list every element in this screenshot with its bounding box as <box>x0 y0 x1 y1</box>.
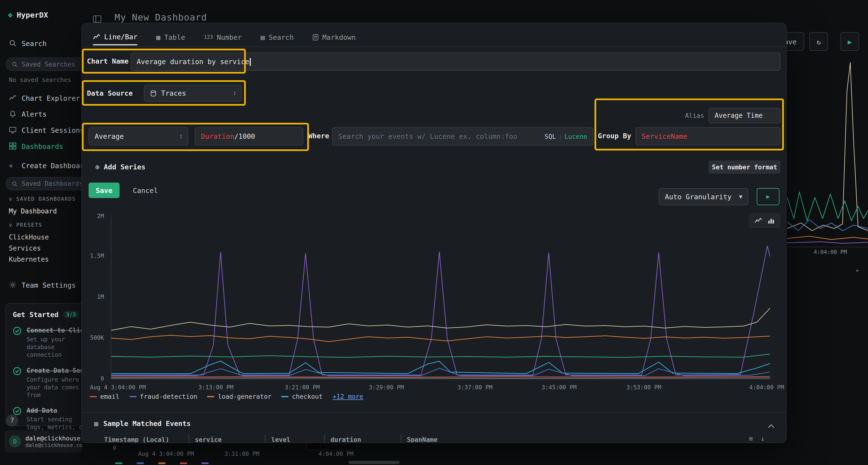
user-card[interactable]: D dale@clickhouse.co dale@clickhouse.com… <box>4 430 82 453</box>
field-input[interactable]: Duration/1000 <box>195 127 303 145</box>
column-header[interactable]: service <box>188 435 265 442</box>
saved-dashboards-section[interactable]: ∨ SAVED DASHBOARDS <box>9 196 76 202</box>
background-dashboard-chart <box>787 53 868 247</box>
download-icon[interactable]: ↓ <box>761 435 765 442</box>
line-chart-icon[interactable] <box>754 217 762 224</box>
sidebar-item-label: Search <box>22 39 47 47</box>
language-toggle[interactable]: SQL|Lucene <box>545 133 587 140</box>
run-query-button[interactable]: ▶ <box>756 188 779 205</box>
collapse-section-button[interactable] <box>767 421 775 431</box>
sidebar-item-my-dashboard[interactable]: My Dashboard <box>9 207 57 215</box>
alias-input[interactable]: Average Time <box>709 108 780 123</box>
get-started-badge: 3/3 <box>63 311 79 318</box>
tab-search[interactable]: ▤ Search <box>261 29 294 45</box>
legend-item[interactable]: fraud-detection <box>129 393 197 400</box>
sidebar-item-alerts[interactable]: Alerts <box>0 108 82 120</box>
bell-icon <box>9 110 17 118</box>
tab-table[interactable]: ▦ Table <box>156 29 185 45</box>
create-dashboard-button[interactable]: + Create Dashboard <box>0 160 82 171</box>
chart-legend: email fraud-detection load-generator che… <box>90 393 363 400</box>
legend-label: email <box>100 393 119 400</box>
horizontal-scrollbar[interactable] <box>349 461 400 464</box>
tab-number[interactable]: 123 Number <box>204 29 242 45</box>
toggle-separator: | <box>556 133 564 140</box>
saved-searches-placeholder: Saved Searches <box>22 60 75 68</box>
play-icon: ▶ <box>766 193 770 200</box>
background-x-tick: 3:31:00 PM <box>224 450 259 457</box>
get-started-item[interactable]: Create Data Source Configure where your … <box>13 366 82 399</box>
alias-value: Average Time <box>715 112 763 120</box>
sidebar-item-search[interactable]: Search <box>0 38 82 49</box>
sidebar-item-services[interactable]: Services <box>9 244 41 252</box>
add-series-button[interactable]: ⊕ Add Series <box>95 163 145 171</box>
sidebar-item-clickhouse[interactable]: ClickHouse <box>9 233 49 241</box>
where-search-input[interactable]: Search your events w/ Lucene ex. column:… <box>332 127 594 145</box>
group-by-input[interactable]: ServiceName <box>636 127 781 145</box>
main-chart[interactable] <box>111 215 769 379</box>
cancel-button[interactable]: Cancel <box>133 182 158 198</box>
help-button[interactable]: ? <box>6 414 18 427</box>
tab-label: Line/Bar <box>104 32 137 40</box>
column-header[interactable]: duration <box>324 435 400 442</box>
x-tick: 4:04:00 PM <box>749 384 784 391</box>
legend-item[interactable]: load-generator <box>207 393 272 400</box>
legend-item[interactable]: email <box>90 393 119 400</box>
sql-toggle[interactable]: SQL <box>545 133 556 140</box>
sidebar-item-chart-explorer[interactable]: Chart Explorer <box>0 92 82 103</box>
filter-icon[interactable]: ≡ <box>749 435 753 442</box>
lucene-toggle[interactable]: Lucene <box>564 133 587 140</box>
bar-chart-icon[interactable] <box>768 217 774 224</box>
sidebar-item-kubernetes[interactable]: Kubernetes <box>9 256 49 263</box>
data-source-select[interactable]: Traces ▴▾ <box>144 85 242 102</box>
alias-label: Alias <box>669 112 704 120</box>
aggregation-select[interactable]: Average ▴▾ <box>89 127 188 145</box>
group-by-label: Group By <box>598 132 631 140</box>
editor-tabs: Line/Bar ▦ Table 123 Number ▤ Search M M… <box>93 29 356 45</box>
chart-type-toggle <box>748 213 780 228</box>
set-number-format-button[interactable]: Set number format <box>709 161 780 174</box>
chevron-up-icon <box>767 424 775 429</box>
text-cursor <box>250 58 250 66</box>
chart-name-input[interactable]: Average duration by service <box>131 53 780 71</box>
presets-section[interactable]: ∨ PRESETS <box>9 222 42 228</box>
sample-events-header[interactable]: ▦ Sample Matched Events <box>94 419 191 427</box>
section-divider <box>82 412 786 412</box>
legend-label: fraud-detection <box>140 393 197 400</box>
sidebar-item-dashboards[interactable]: Dashboards <box>0 140 82 152</box>
play-button-background[interactable]: ▶ <box>840 32 859 51</box>
legend-item[interactable]: checkout <box>281 393 322 400</box>
get-started-item-title: Connect to ClickHouse <box>27 327 82 334</box>
chart-editor-modal: Line/Bar ▦ Table 123 Number ▤ Search M M… <box>82 23 786 442</box>
get-started-item[interactable]: Connect to ClickHouse Set up your databa… <box>13 327 82 359</box>
legend-more-link[interactable]: +12 more <box>333 393 363 400</box>
saved-dashboards-placeholder: Saved Dashboards <box>22 180 82 188</box>
tab-label: Search <box>269 33 294 41</box>
sidebar-item-team-settings[interactable]: Team Settings <box>0 279 82 290</box>
save-button[interactable]: Save <box>89 182 120 198</box>
refresh-button[interactable]: ↻ <box>809 32 828 51</box>
saved-dashboards-input[interactable]: Saved Dashboards <box>5 177 82 190</box>
granularity-value: Auto Granularity <box>665 193 731 201</box>
saved-searches-input[interactable]: Saved Searches <box>5 58 82 71</box>
column-header[interactable]: Timestamp (Local) <box>104 435 188 442</box>
x-tick: Aug 4 3:04:00 PM <box>90 384 146 391</box>
user-team: dale@clickhouse.com's <box>26 442 82 448</box>
check-circle-icon <box>13 366 22 375</box>
sidebar-item-client-sessions[interactable]: Client Sessions <box>0 125 82 136</box>
plus-icon: + <box>9 161 17 169</box>
y-tick: 2M <box>82 212 104 219</box>
background-x-tick: 4:04:00 PM <box>318 450 353 457</box>
brand[interactable]: ❖ HyperDX <box>8 10 48 20</box>
column-header[interactable]: SpanName <box>400 435 511 442</box>
tab-line-bar[interactable]: Line/Bar <box>93 29 137 45</box>
column-header[interactable]: level <box>265 435 324 442</box>
sidebar-collapse-icon[interactable] <box>93 13 101 24</box>
search-icon <box>9 39 17 47</box>
legend-label: checkout <box>292 393 322 400</box>
sidebar: ❖ HyperDX Search Saved Searches No saved… <box>0 0 82 465</box>
tab-markdown[interactable]: M Markdown <box>312 29 355 45</box>
group-by-value: ServiceName <box>642 132 687 140</box>
granularity-select[interactable]: Auto Granularity ▼ <box>659 188 748 205</box>
panel-caret-icon[interactable]: ▸ <box>856 267 859 274</box>
play-icon: ▶ <box>848 37 852 45</box>
